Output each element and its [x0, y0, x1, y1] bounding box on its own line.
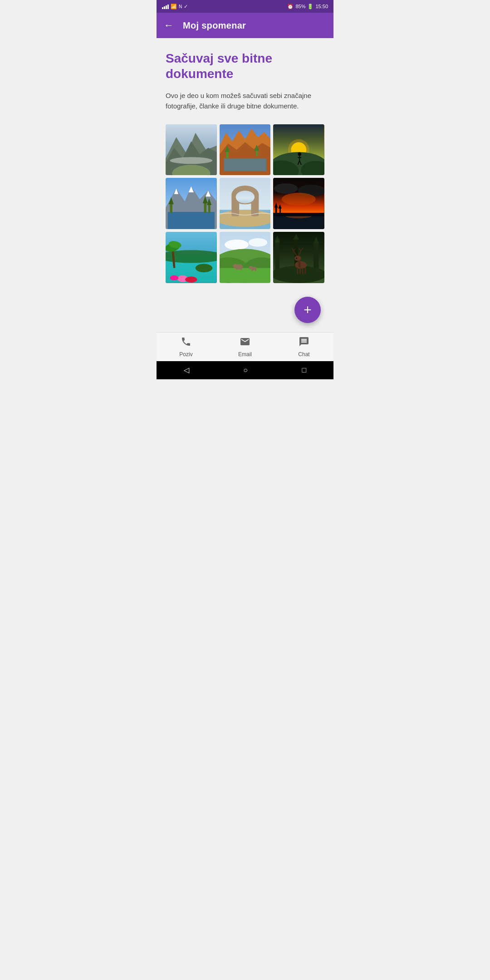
nav-item-email[interactable]: Email — [216, 336, 274, 358]
svg-point-61 — [170, 275, 178, 280]
alarm-icon: ⏰ — [287, 4, 294, 10]
chat-icon — [299, 336, 309, 350]
photo-yosemite[interactable] — [166, 124, 217, 176]
svg-rect-9 — [226, 152, 229, 158]
page-description: Ovo je deo u kom možeš sačuvati sebi zna… — [166, 90, 324, 112]
recent-button[interactable]: □ — [302, 366, 307, 374]
svg-rect-77 — [255, 269, 256, 271]
svg-point-101 — [296, 258, 298, 259]
fab-container: + — [166, 297, 324, 323]
status-left: 📶 N ✓ — [162, 4, 188, 10]
svg-rect-8 — [224, 158, 266, 171]
svg-rect-73 — [240, 267, 242, 270]
svg-rect-34 — [208, 205, 211, 213]
svg-rect-49 — [273, 213, 324, 216]
svg-point-74 — [233, 264, 237, 268]
photo-dramatic-sky[interactable] — [273, 178, 324, 229]
photo-tropical[interactable] — [166, 232, 217, 283]
email-label: Email — [238, 351, 252, 358]
svg-point-63 — [196, 264, 213, 272]
location-icon: ✓ — [184, 4, 188, 10]
svg-rect-92 — [302, 268, 304, 274]
nav-item-chat[interactable]: Chat — [274, 336, 333, 358]
page-heading: Sačuvaj sve bitne dokumente — [166, 51, 324, 81]
back-button[interactable]: ← — [164, 20, 174, 31]
svg-point-65 — [225, 240, 249, 250]
photo-lake[interactable] — [166, 178, 217, 229]
main-content: Sačuvaj sve bitne dokumente Ovo je deo u… — [157, 38, 333, 332]
add-button[interactable]: + — [294, 297, 321, 323]
wifi-icon: 📶 — [171, 4, 177, 10]
back-system-button[interactable]: ◁ — [184, 366, 189, 374]
svg-point-44 — [274, 184, 298, 194]
app-bar-title: Moj spomenar — [183, 20, 246, 31]
signal-icon — [162, 4, 169, 9]
svg-rect-93 — [305, 268, 306, 274]
time-display: 15:50 — [315, 4, 328, 9]
svg-point-94 — [294, 256, 301, 261]
svg-point-4 — [170, 157, 212, 164]
email-icon — [240, 336, 250, 350]
battery-percent: 85% — [295, 4, 305, 9]
bottom-nav: Poziv Email Chat — [157, 332, 333, 361]
chat-label: Chat — [298, 351, 309, 358]
status-right: ⏰ 85% 🔋 15:50 — [287, 4, 328, 10]
svg-point-78 — [249, 266, 252, 270]
photo-canyon[interactable] — [220, 124, 271, 176]
battery-icon: 🔋 — [307, 4, 314, 10]
svg-point-46 — [282, 193, 316, 206]
app-bar: ← Moj spomenar — [157, 13, 333, 38]
photo-meadow[interactable] — [220, 232, 271, 283]
poziv-label: Poziv — [179, 351, 192, 358]
photo-sunset-hill[interactable] — [273, 124, 324, 176]
svg-rect-50 — [275, 207, 277, 213]
status-bar: 📶 N ✓ ⏰ 85% 🔋 15:50 — [157, 0, 333, 13]
svg-point-62 — [185, 277, 197, 283]
svg-rect-29 — [168, 212, 215, 229]
photo-grid — [166, 124, 324, 283]
svg-rect-70 — [220, 268, 271, 283]
svg-rect-90 — [297, 268, 299, 274]
phone-icon — [181, 336, 191, 350]
system-nav: ◁ ○ □ — [157, 361, 333, 379]
svg-point-19 — [298, 152, 302, 156]
svg-rect-91 — [300, 268, 301, 274]
svg-rect-11 — [255, 151, 258, 156]
svg-rect-32 — [204, 203, 206, 213]
nfc-icon: N — [179, 4, 182, 9]
photo-deer[interactable] — [273, 232, 324, 283]
svg-point-38 — [220, 210, 271, 227]
svg-point-66 — [249, 238, 267, 247]
photo-arch[interactable] — [220, 178, 271, 229]
home-button[interactable]: ○ — [243, 366, 248, 374]
svg-rect-30 — [170, 204, 172, 213]
svg-point-42 — [235, 191, 254, 204]
nav-item-poziv[interactable]: Poziv — [157, 336, 216, 358]
